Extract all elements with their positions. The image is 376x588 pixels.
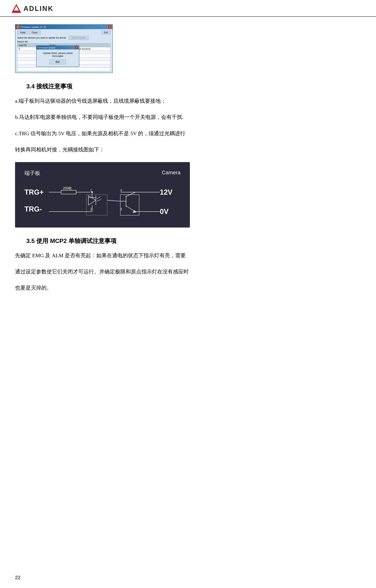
fw-titlebar-left: Firmware update V1.70 [17, 25, 46, 28]
firmware-update-dialog: FirmwareUpdate ✕ Update finish, please c… [36, 45, 79, 67]
svg-line-32 [107, 200, 120, 201]
screenshot-container: Firmware update V1.70 ✕ Initial Close Ex… [15, 24, 361, 73]
svg-rect-5 [61, 190, 76, 194]
kernel-update-button[interactable]: Kernel update [69, 36, 89, 40]
svg-text:12V: 12V [160, 188, 173, 196]
svg-text:2: 2 [90, 208, 92, 211]
para-35-2: 通过设定参数使它们关闭才可运行。并确定极限和原点指示灯在没有感应时 [15, 267, 361, 276]
svg-line-14 [97, 199, 101, 201]
svg-text:0V: 0V [160, 208, 169, 215]
screenshot-wrapper: Firmware update V1.70 ✕ Initial Close Ex… [15, 24, 113, 73]
fw-dialog: FirmwareUpdate ✕ Update finish, please c… [36, 45, 79, 67]
logo-text: ADLINK [23, 5, 53, 13]
fw-toolbar: Initial Close Exit [17, 31, 111, 34]
circuit-diagram: 端子板 Camera TRG+ TRG- 200欧 1 [15, 162, 190, 228]
circuit-top-labels: 端子板 Camera [24, 170, 180, 177]
fw-titlebar: Firmware update V1.70 ✕ [15, 25, 112, 29]
table-row [18, 68, 111, 71]
close-button[interactable]: Close [29, 31, 41, 34]
fw-dialog-message: Update finish, please check messages [40, 52, 76, 57]
logo: ADLINK [11, 3, 53, 14]
para-34-a: a.端子板到马达驱动器的信号线选屏蔽线，且线缆屏蔽线要接地； [15, 96, 361, 106]
initial-button[interactable]: Initial [17, 31, 28, 34]
svg-text:200欧: 200欧 [63, 186, 72, 190]
col-status [77, 44, 111, 47]
section-34-heading: 3.4 接线注意事项 [26, 82, 361, 91]
page-header: ADLINK [0, 0, 376, 17]
circuit-svg: TRG+ TRG- 200欧 1 [24, 182, 179, 220]
device-list-label: Device list: [17, 41, 111, 43]
fw-dialog-body: Update finish, please check messages 确定 [36, 50, 79, 67]
para-35-1: 先确定 EMG 及 ALM 是否有亮起：如果在通电的状态下指示灯有亮，需要 [15, 251, 361, 260]
circuit-left-label: 端子板 [24, 170, 40, 177]
circuit-right-label: Camera [162, 170, 180, 177]
exit-button[interactable]: Exit [101, 31, 111, 34]
fw-toolbar-left: Initial Close [17, 31, 41, 34]
para-34-b: b.马达刹车电源要单独供电，不要同端子板使用一个开关电源，会有干扰. [15, 113, 361, 122]
select-label: Select the devices you want to update th… [17, 36, 111, 40]
para-34-c: c.TRG 信号输出为 5V 电压，如果光源及相机不是 5V 的，须通过光耦进行 [15, 129, 361, 138]
fw-title-text: Firmware update V1.70 [21, 26, 46, 28]
svg-line-13 [97, 197, 101, 199]
para-34-d: 转换再同相机对接，光耦接线图如下： [15, 145, 361, 154]
page-number: 22 [15, 575, 21, 580]
fw-dialog-title: FirmwareUpdate [37, 46, 55, 49]
fw-body: Initial Close Exit Select the devices yo… [15, 29, 112, 73]
fw-dialog-close-icon[interactable]: ✕ [75, 46, 78, 49]
svg-line-26 [126, 206, 135, 211]
fw-main-close-icon[interactable]: ✕ [108, 25, 111, 29]
fw-dialog-titlebar: FirmwareUpdate ✕ [36, 46, 79, 50]
firmware-update-window: Firmware update V1.70 ✕ Initial Close Ex… [15, 24, 113, 73]
section-35-heading: 3.5 使用 MCP2 单轴调试注意事项 [26, 237, 361, 245]
fw-dialog-ok-button[interactable]: 确定 [50, 60, 66, 64]
adlink-logo-icon [11, 3, 22, 14]
cell-status: [ad success] [77, 47, 111, 51]
svg-text:4: 4 [120, 189, 122, 192]
fw-title-icon [17, 25, 20, 28]
svg-rect-28 [120, 195, 139, 215]
svg-point-33 [91, 191, 93, 193]
main-content: Firmware update V1.70 ✕ Initial Close Ex… [0, 17, 376, 315]
para-35-3: 也要是灭掉的。 [15, 283, 361, 293]
svg-text:1: 1 [90, 189, 92, 192]
svg-line-25 [126, 192, 135, 197]
svg-text:TRG+: TRG+ [24, 188, 44, 196]
svg-rect-18 [86, 195, 107, 215]
svg-text:3: 3 [120, 208, 122, 211]
svg-text:TRG-: TRG- [24, 205, 42, 213]
